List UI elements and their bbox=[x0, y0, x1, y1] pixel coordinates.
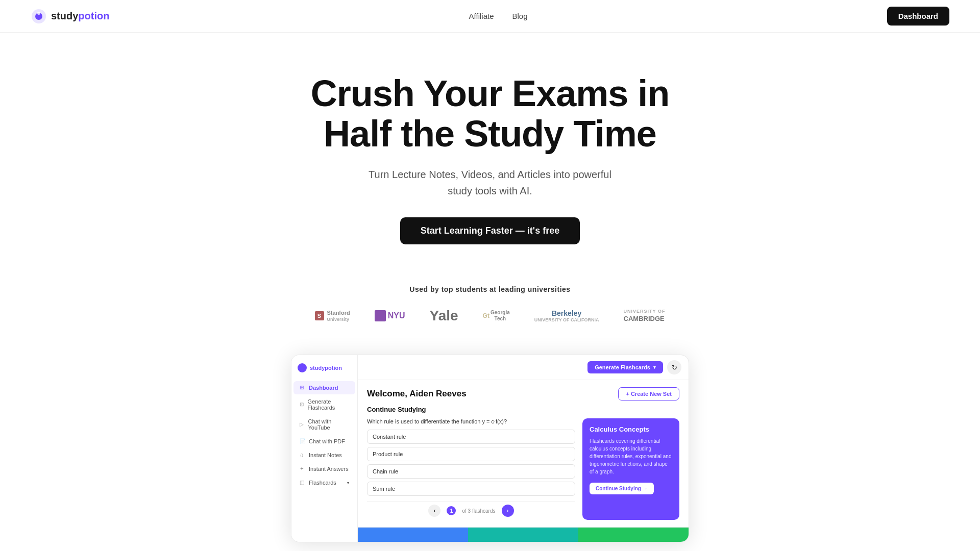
welcome-text: Welcome, Aiden Reeves bbox=[367, 389, 467, 399]
sidebar-item-label: Chat with PDF bbox=[309, 438, 345, 444]
sidebar-item-answers[interactable]: ✦ Instant Answers bbox=[293, 462, 355, 475]
app-preview: studypotion ⊞ Dashboard ⊡ Generate Flash… bbox=[291, 355, 689, 542]
yale-logo: Yale bbox=[430, 308, 458, 324]
app-bottom-buttons bbox=[358, 527, 689, 542]
app-main: Generate Flashcards ▾ ↻ Welcome, Aiden R… bbox=[358, 355, 689, 542]
sidebar-item-pdf[interactable]: 📄 Chat with PDF bbox=[293, 435, 355, 448]
sidebar-logo-icon bbox=[298, 363, 307, 372]
quiz-next-button[interactable]: › bbox=[502, 505, 514, 517]
youtube-icon: ▷ bbox=[300, 421, 305, 428]
sidebar-item-label: Generate Flashcards bbox=[308, 398, 349, 411]
nav-blog[interactable]: Blog bbox=[512, 12, 527, 20]
quiz-option-3[interactable]: Sum rule bbox=[367, 482, 575, 496]
sidebar-item-generate[interactable]: ⊡ Generate Flashcards bbox=[293, 395, 355, 414]
notes-icon: ♫ bbox=[300, 452, 306, 458]
logo-link[interactable]: studypotion bbox=[31, 8, 109, 24]
welcome-bar: Welcome, Aiden Reeves + Create New Set bbox=[358, 380, 689, 406]
georgia-tech-logo: Gt Georgia Tech bbox=[483, 310, 510, 322]
stanford-logo: S Stanford University bbox=[315, 310, 350, 322]
logo-text: studypotion bbox=[51, 10, 109, 22]
app-topbar: Generate Flashcards ▾ ↻ bbox=[358, 355, 689, 380]
sidebar-item-label: Flashcards bbox=[309, 480, 336, 486]
navbar: studypotion Affiliate Blog Dashboard bbox=[0, 0, 980, 33]
continue-section: Continue Studying Which rule is used to … bbox=[358, 406, 689, 527]
quiz-current-page: 1 bbox=[447, 506, 456, 515]
continue-title: Continue Studying bbox=[367, 406, 679, 413]
calculus-continue-button[interactable]: Continue Studying → bbox=[590, 483, 654, 494]
refresh-button[interactable]: ↻ bbox=[667, 360, 681, 374]
dashboard-icon: ⊞ bbox=[300, 385, 306, 391]
dashboard-button[interactable]: Dashboard bbox=[887, 7, 949, 26]
flashcards-chevron-icon: ▾ bbox=[347, 481, 349, 485]
create-set-button[interactable]: + Create New Set bbox=[618, 387, 679, 400]
sidebar-item-label: Chat with YouTube bbox=[308, 418, 350, 431]
refresh-icon: ↻ bbox=[672, 364, 677, 371]
nyu-logo: NYU bbox=[375, 310, 405, 321]
generate-chevron-icon: ▾ bbox=[653, 365, 656, 370]
cambridge-logo: UNIVERSITY OF CAMBRIDGE bbox=[624, 309, 666, 323]
sidebar-item-dashboard[interactable]: ⊞ Dashboard bbox=[293, 381, 355, 394]
sidebar-item-label: Instant Notes bbox=[309, 452, 342, 458]
bottom-button-green[interactable] bbox=[578, 528, 689, 542]
university-logos: S Stanford University NYU Yale Gt Georgi… bbox=[20, 308, 960, 324]
svg-point-2 bbox=[37, 12, 40, 15]
pdf-icon: 📄 bbox=[300, 438, 306, 444]
sidebar-item-flashcards[interactable]: ◫ Flashcards ▾ bbox=[293, 476, 355, 489]
calculus-card: Calculus Concepts Flashcards covering di… bbox=[582, 418, 679, 520]
hero-subtitle: Turn Lecture Notes, Videos, and Articles… bbox=[357, 166, 623, 199]
universities-section: Used by top students at leading universi… bbox=[0, 265, 980, 334]
universities-label: Used by top students at leading universi… bbox=[20, 285, 960, 293]
calculus-card-title: Calculus Concepts bbox=[590, 425, 672, 433]
sidebar: studypotion ⊞ Dashboard ⊡ Generate Flash… bbox=[291, 355, 358, 542]
quiz-option-0[interactable]: Constant rule bbox=[367, 430, 575, 444]
sidebar-item-youtube[interactable]: ▷ Chat with YouTube bbox=[293, 415, 355, 434]
app-inner: studypotion ⊞ Dashboard ⊡ Generate Flash… bbox=[291, 355, 689, 542]
hero-title: Crush Your Exams in Half the Study Time bbox=[20, 73, 960, 154]
cta-button[interactable]: Start Learning Faster — it's free bbox=[400, 217, 580, 244]
quiz-option-2[interactable]: Chain rule bbox=[367, 464, 575, 479]
berkeley-logo: Berkeley UNIVERSITY OF CALIFORNIA bbox=[534, 309, 599, 322]
answers-icon: ✦ bbox=[300, 466, 306, 472]
quiz-option-1[interactable]: Product rule bbox=[367, 447, 575, 461]
quiz-question: Which rule is used to differentiate the … bbox=[367, 418, 575, 424]
bottom-button-blue[interactable] bbox=[358, 528, 468, 542]
generate-flashcards-button[interactable]: Generate Flashcards ▾ bbox=[587, 361, 663, 373]
generate-icon: ⊡ bbox=[300, 402, 305, 408]
sidebar-item-label: Dashboard bbox=[309, 385, 338, 391]
flashcards-icon: ◫ bbox=[300, 480, 306, 486]
bottom-button-teal[interactable] bbox=[468, 528, 578, 542]
nav-affiliate[interactable]: Affiliate bbox=[469, 12, 494, 20]
sidebar-item-label: Instant Answers bbox=[309, 466, 349, 472]
quiz-prev-button[interactable]: ‹ bbox=[428, 505, 440, 517]
quiz-panel: Which rule is used to differentiate the … bbox=[367, 418, 575, 520]
quiz-nav-total: of 3 flashcards bbox=[462, 508, 495, 514]
sidebar-logo: studypotion bbox=[291, 363, 357, 381]
sidebar-item-notes[interactable]: ♫ Instant Notes bbox=[293, 448, 355, 462]
sidebar-logo-text: studypotion bbox=[310, 365, 342, 371]
nav-links: Affiliate Blog bbox=[469, 12, 528, 20]
continue-inner: Which rule is used to differentiate the … bbox=[367, 418, 679, 520]
quiz-nav: ‹ 1 of 3 flashcards › bbox=[367, 501, 575, 520]
calculus-card-text: Flashcards covering differential calculu… bbox=[590, 437, 672, 475]
logo-icon bbox=[31, 8, 47, 24]
hero-section: Crush Your Exams in Half the Study Time … bbox=[0, 33, 980, 265]
